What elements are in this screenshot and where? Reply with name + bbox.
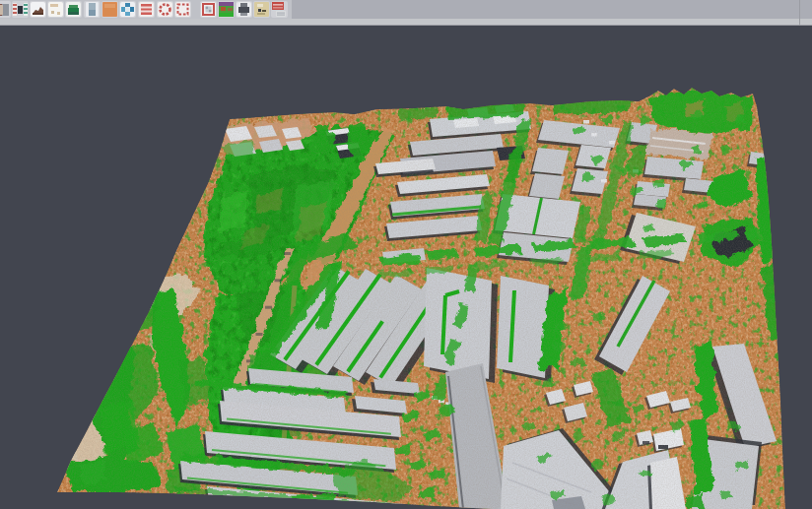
scene-shape [257, 4, 263, 7]
rect-select-button[interactable] [174, 1, 191, 18]
scene-shape [206, 7, 209, 10]
scene-shape [238, 7, 249, 13]
toolbar-lower-strip [0, 19, 812, 26]
scene-shape [69, 5, 78, 8]
vegetation-class-button[interactable] [65, 1, 82, 18]
scene-shape [272, 2, 284, 10]
scene-shape [277, 15, 285, 16]
scene-shape [228, 8, 233, 11]
scene-shape [257, 13, 265, 15]
scene-shape [219, 13, 234, 17]
scene-shape [262, 10, 266, 12]
scene-shape [121, 7, 125, 12]
labels-icon [254, 2, 269, 17]
compare-bands-icon [13, 2, 28, 17]
scene-shape [50, 4, 58, 7]
scene-shape [13, 12, 17, 14]
scene-shape [33, 13, 43, 15]
scene-shape [125, 3, 130, 7]
scene-shape [13, 8, 17, 10]
rect-select-icon [175, 2, 190, 17]
window-right-edge [799, 0, 800, 26]
scene-shape [221, 7, 226, 11]
3d-viewport[interactable] [0, 27, 812, 509]
scene-shape [130, 7, 134, 12]
scene-shape [219, 2, 234, 6]
scene-shape [273, 4, 283, 6]
ortho-tile-button[interactable] [102, 1, 118, 18]
terrain-mound-button[interactable] [30, 1, 46, 18]
scene-shape [24, 12, 28, 14]
scene-shape [209, 10, 212, 13]
scene-shape [209, 7, 212, 10]
labels-button[interactable] [253, 1, 270, 18]
application-window [0, 0, 812, 509]
scene-shape [2, 4, 9, 16]
scene-shape [13, 4, 17, 6]
scene-shape [206, 10, 209, 13]
scene-shape [141, 7, 152, 9]
scene-shape [57, 12, 60, 15]
bands-red-icon [139, 2, 154, 17]
scene-shape [273, 7, 283, 9]
circle-select-icon [158, 2, 172, 17]
compare-bands-button[interactable] [12, 1, 29, 18]
scene-shape [276, 11, 286, 17]
facade-slab-button[interactable] [84, 1, 101, 18]
printer-button[interactable] [236, 1, 252, 18]
rotate-rosette-button[interactable] [119, 1, 136, 18]
scene-shape [18, 6, 23, 14]
scene-shape [68, 8, 79, 12]
bands-red-button[interactable] [138, 1, 155, 18]
scene-shape [240, 3, 247, 7]
scene-shape [89, 10, 96, 16]
scene-shape [141, 4, 152, 15]
clip-box-icon [201, 2, 216, 17]
cut-layers-icon [0, 2, 10, 17]
scene-shape [141, 11, 152, 13]
scene-shape [258, 9, 261, 12]
circle-select-button[interactable] [157, 1, 173, 18]
vegetation-class-icon [66, 2, 81, 17]
clip-box-button[interactable] [200, 1, 217, 18]
rotate-rosette-icon [120, 2, 135, 17]
scene-shape [125, 7, 129, 11]
scene-shape [104, 4, 115, 8]
sparse-points-button[interactable] [47, 1, 64, 18]
facade-slab-icon [85, 2, 100, 17]
cut-layers-button[interactable] [0, 1, 11, 18]
table-red-button[interactable] [271, 1, 288, 18]
scene-shape [51, 11, 54, 14]
scene-shape [0, 5, 3, 15]
sparse-points-icon [48, 2, 63, 17]
classification-map-icon [219, 2, 234, 17]
ortho-tile-icon [102, 2, 117, 17]
scene-shape [240, 13, 247, 16]
scene-shape [24, 8, 28, 10]
terrain-mound-icon [31, 2, 45, 17]
scene-shape [125, 12, 130, 16]
scene-shape [24, 4, 28, 6]
table-red-icon [272, 2, 287, 17]
printer-icon [237, 2, 251, 17]
scene-shape [68, 12, 79, 15]
main-toolbar [0, 0, 812, 19]
classification-map-button[interactable] [218, 1, 235, 18]
scene-shape [277, 13, 285, 14]
scene-canvas [0, 27, 812, 509]
